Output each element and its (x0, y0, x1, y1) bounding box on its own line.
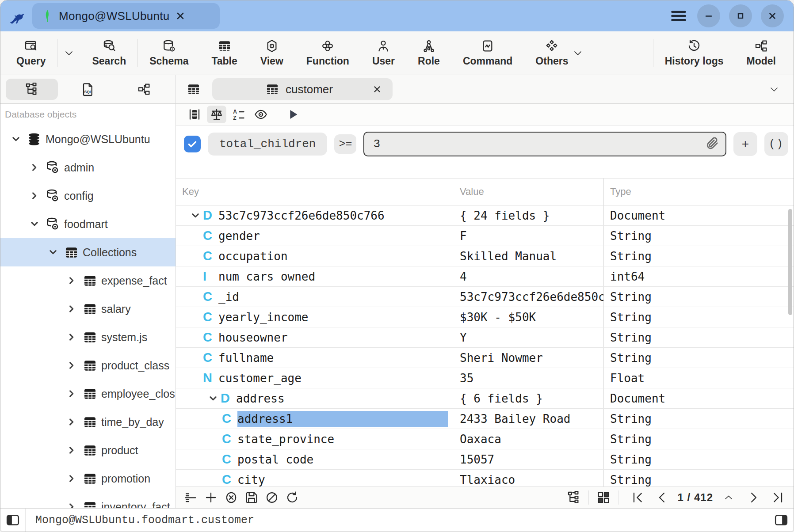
vertical-scrollbar[interactable] (788, 209, 792, 315)
group-filter-button[interactable]: () (764, 132, 788, 156)
collapse-rows-button[interactable] (181, 489, 200, 506)
toolbar-schema-button[interactable]: Schema (138, 34, 200, 72)
tree-item-employee-clos[interactable]: employee_clos (0, 380, 176, 408)
key-cell[interactable]: Cstate_province (176, 429, 448, 449)
value-cell[interactable]: Oaxaca (448, 429, 604, 449)
value-cell[interactable]: Y (448, 327, 604, 347)
key-cell[interactable]: Cpostal_code (176, 449, 448, 469)
connection-tab[interactable]: Mongo@WSLUbuntu (32, 3, 220, 29)
value-cell[interactable]: 53c7c973ccf26e6de850c766 (448, 287, 604, 307)
value-cell[interactable]: 2433 Bailey Road (448, 409, 604, 429)
toolbar-model-button[interactable]: Model (735, 34, 787, 72)
tree-item-product[interactable]: product (0, 436, 176, 464)
key-cell[interactable]: D53c7c973ccf26e6de850c766 (176, 205, 448, 225)
chevron-down-icon[interactable] (206, 394, 221, 403)
maximize-button[interactable] (729, 4, 752, 27)
type-cell[interactable]: String (604, 348, 794, 368)
key-cell[interactable]: Cgender (176, 226, 448, 246)
toolbar-user-button[interactable]: User (361, 34, 406, 72)
chevron-right-icon[interactable] (65, 302, 78, 315)
key-cell[interactable]: Caddress1 (176, 409, 448, 429)
grid-row-postal-code[interactable]: Cpostal_code15057String (176, 449, 794, 470)
app-menu-hamburger-icon[interactable] (669, 6, 688, 26)
tree-item-salary[interactable]: salary (0, 295, 176, 323)
save-record-button[interactable] (242, 489, 261, 506)
key-cell[interactable]: Ccity (176, 470, 448, 486)
type-cell[interactable]: String (604, 429, 794, 449)
grid-row-yearly-income[interactable]: Cyearly_income$30K - $50KString (176, 307, 794, 327)
type-cell[interactable]: String (604, 307, 794, 327)
tree-view-mode-button[interactable] (565, 489, 583, 506)
toolbar-command-button[interactable]: Command (451, 34, 524, 72)
run-filter-button[interactable] (283, 106, 303, 123)
type-cell[interactable]: Document (604, 388, 794, 408)
add-record-button[interactable] (202, 489, 220, 506)
chevron-right-icon[interactable] (65, 472, 78, 485)
value-cell[interactable]: $30K - $50K (448, 307, 604, 327)
tab-close-icon[interactable] (372, 84, 382, 94)
grid-row-city[interactable]: CcityTlaxiacoString (176, 470, 794, 486)
toolbar-query-button[interactable]: Query (5, 34, 57, 72)
toolbar-search-button[interactable]: Search (80, 34, 137, 72)
type-cell[interactable]: String (604, 449, 794, 469)
card-view-mode-button[interactable] (594, 489, 613, 506)
next-page-button[interactable] (744, 489, 763, 506)
list-view-button[interactable] (185, 106, 204, 123)
tree-item-product-class[interactable]: product_class (0, 351, 176, 380)
chevron-right-icon[interactable] (65, 500, 78, 508)
grid-row-gender[interactable]: CgenderFString (176, 226, 794, 246)
sort-list-button[interactable]: A Z (229, 106, 248, 123)
tree-item-foodmart[interactable]: foodmart (0, 210, 176, 238)
chevron-right-icon[interactable] (65, 359, 78, 372)
toolbar-role-button[interactable]: Role (406, 34, 451, 72)
grid-row-customer-age[interactable]: Ncustomer_age35Float (176, 368, 794, 388)
panel-tab-sql-file[interactable]: SQL (62, 79, 114, 100)
tab-overflow-button[interactable] (769, 84, 779, 95)
column-header-type[interactable]: Type (604, 179, 794, 205)
grid-row-num-cars-owned[interactable]: Inum_cars_owned4int64 (176, 266, 794, 287)
grid-row-address1[interactable]: Caddress12433 Bailey RoadString (176, 409, 794, 429)
grid-row-state-province[interactable]: Cstate_provinceOaxacaString (176, 429, 794, 449)
type-cell[interactable]: Document (604, 205, 794, 225)
value-cell[interactable]: 35 (448, 368, 604, 388)
type-cell[interactable]: String (604, 287, 794, 307)
key-cell[interactable]: Coccupation (176, 246, 448, 266)
chevron-right-icon[interactable] (28, 189, 41, 202)
type-cell[interactable]: String (604, 226, 794, 246)
filter-value-input[interactable] (364, 137, 725, 151)
toolbar-function-button[interactable]: Function (295, 34, 361, 72)
chevron-down-icon[interactable] (28, 217, 41, 231)
close-button[interactable] (761, 4, 784, 27)
grid-row-fullname[interactable]: CfullnameSheri NowmerString (176, 348, 794, 368)
toolbar-clipped-button[interactable]: E (787, 34, 794, 72)
tree-item-inventory-fact[interactable]: inventory_fact (0, 493, 176, 508)
minimize-button[interactable] (697, 4, 720, 27)
toolbar-query-dropdown-button[interactable] (57, 34, 80, 72)
filter-builder-button[interactable] (207, 106, 226, 123)
value-cell[interactable]: 4 (448, 266, 604, 286)
tree-item-admin[interactable]: admin (0, 153, 176, 182)
grid-row-address[interactable]: Daddress{ 6 fields }Document (176, 388, 794, 409)
tab-customer[interactable]: customer (212, 78, 393, 100)
value-cell[interactable]: Sheri Nowmer (448, 348, 604, 368)
value-cell[interactable]: 15057 (448, 449, 604, 469)
tree-item-time-by-day[interactable]: time_by_day (0, 408, 176, 436)
key-cell[interactable]: C_id (176, 287, 448, 307)
page-jump-button[interactable] (719, 489, 738, 506)
type-cell[interactable]: String (604, 246, 794, 266)
chevron-right-icon[interactable] (65, 387, 78, 400)
chevron-right-icon[interactable] (65, 331, 78, 344)
first-page-button[interactable] (628, 489, 647, 506)
value-cell[interactable]: F (448, 226, 604, 246)
paperclip-icon[interactable] (704, 136, 720, 152)
value-cell[interactable]: { 6 fields } (448, 388, 604, 408)
toolbar-view-button[interactable]: View (249, 34, 295, 72)
chevron-down-icon[interactable] (9, 133, 23, 146)
chevron-right-icon[interactable] (65, 444, 78, 457)
grid-row-53c7c973ccf26e6de850c766[interactable]: D53c7c973ccf26e6de850c766{ 24 fields }Do… (176, 205, 794, 226)
type-cell[interactable]: String (604, 409, 794, 429)
chevron-down-icon[interactable] (46, 246, 60, 259)
value-cell[interactable]: { 24 fields } (448, 205, 604, 225)
value-cell[interactable]: Skilled Manual (448, 246, 604, 266)
chevron-right-icon[interactable] (65, 274, 78, 287)
